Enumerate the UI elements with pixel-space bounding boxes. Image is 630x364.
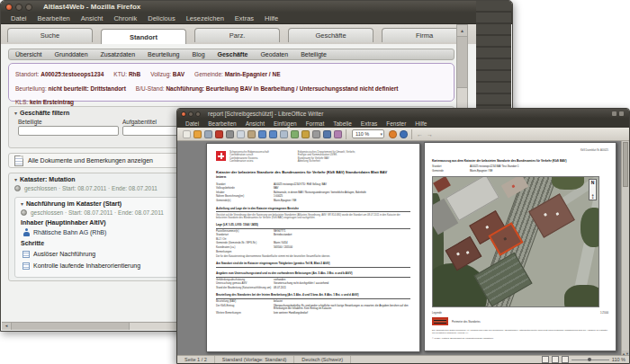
- close-button[interactable]: [181, 111, 186, 117]
- table-icon[interactable]: [280, 130, 288, 138]
- field-value: Bahnareale, in denen BAV / Nutzungsänder…: [274, 191, 410, 195]
- menu-item[interactable]: Delicious: [142, 14, 180, 22]
- navigator-icon[interactable]: [323, 130, 331, 138]
- standort-info-box: Standort: A00025:testoeops1234KTU: RhBVo…: [8, 63, 454, 102]
- tab-firma[interactable]: Firma: [382, 28, 467, 42]
- save-icon[interactable]: [204, 130, 212, 138]
- info-label: Gemeinde:: [194, 71, 225, 77]
- multi-page-view-icon[interactable]: [552, 356, 559, 363]
- menu-item[interactable]: Chronik: [108, 14, 142, 22]
- info-label: Standort:: [15, 71, 40, 77]
- field-row: StandortA00025:testoeops1234 BAV Test-St…: [432, 165, 608, 169]
- field-row: Parzellennummer(n)NE967771: [216, 230, 410, 234]
- inhaber-name[interactable]: Rhätische Bahn AG (RhB): [33, 229, 106, 235]
- gallery-icon[interactable]: [334, 130, 342, 138]
- menu-item[interactable]: Ansicht: [241, 120, 269, 127]
- hyperlink-icon[interactable]: [389, 130, 397, 138]
- forward-arrow-icon[interactable]: →: [427, 131, 433, 138]
- menu-item[interactable]: Extras: [230, 14, 259, 22]
- menu-item[interactable]: Fenster: [382, 120, 410, 127]
- minimize-button[interactable]: [15, 4, 22, 11]
- find-icon[interactable]: [312, 130, 320, 138]
- copy-icon[interactable]: [237, 130, 245, 138]
- subnav-item-blog[interactable]: Blog: [186, 51, 212, 58]
- tab-suche[interactable]: Suche: [7, 28, 93, 42]
- menu-item[interactable]: Bearbeiten: [32, 14, 76, 22]
- new-document-icon[interactable]: [183, 130, 191, 138]
- page-indicator: Seite 1 / 2: [177, 356, 215, 363]
- menu-item[interactable]: Hilfe: [410, 120, 431, 127]
- print-icon[interactable]: [226, 130, 234, 138]
- open-icon[interactable]: [194, 130, 202, 138]
- menu-item[interactable]: Ansicht: [76, 14, 109, 22]
- tab-standort[interactable]: Standort: [101, 29, 186, 45]
- north-label: N: [591, 180, 595, 186]
- writer-menubar: DateiBearbeitenAnsichtEinfügenFormatTabe…: [177, 119, 629, 128]
- browser-icon[interactable]: [400, 130, 408, 138]
- undo-icon[interactable]: [258, 130, 266, 138]
- firefox-titlebar[interactable]: Altlast4Web - Mozilla Firefox: [1, 1, 512, 13]
- menu-item[interactable]: Datei: [181, 120, 203, 127]
- section-heading: Angaben zum Untersuchungsstand und zu de…: [216, 272, 410, 278]
- info-pair: Gemeinde: Marin-Epagnier / NE: [194, 64, 280, 79]
- field-label: Gemeinde: [432, 170, 470, 173]
- page-tabstrip: SucheStandortParz.GeschäfteFirma: [1, 24, 476, 45]
- section-paragraph: Gestützt auf die Verordnung über die San…: [216, 214, 410, 219]
- menu-item[interactable]: Lesezeichen: [181, 14, 230, 22]
- document-header: Schweizerische EidgenossenschaftConfédér…: [216, 151, 410, 164]
- firefox-menubar: DateiBearbeitenAnsichtChronikDeliciousLe…: [1, 13, 512, 24]
- scrollbar-thumb[interactable]: [457, 37, 467, 88]
- chart-icon[interactable]: [302, 130, 310, 138]
- swiss-cross-logo: [216, 151, 226, 161]
- scroll-up-icon[interactable]: ▲: [457, 25, 467, 37]
- map-scale: 1:2'000: [600, 311, 608, 315]
- image-icon[interactable]: [291, 130, 299, 138]
- menu-item[interactable]: Format: [302, 120, 329, 127]
- redo-icon[interactable]: [269, 130, 277, 138]
- tab-parz[interactable]: Parz.: [194, 28, 280, 42]
- subnav-item-geodaten[interactable]: Geodaten: [254, 51, 294, 58]
- field-label: Stand der Bearbeitung (Katasternachführu…: [216, 287, 274, 290]
- maximize-button[interactable]: [195, 111, 201, 117]
- vertical-scrollbar[interactable]: ▲▼: [621, 141, 629, 357]
- minimize-button[interactable]: [188, 111, 194, 117]
- maximize-button[interactable]: [25, 4, 32, 11]
- close-button[interactable]: [5, 4, 13, 11]
- documents-link[interactable]: Alle Dokumente und Bemerkungen anzeigen: [28, 157, 153, 164]
- language-indicator[interactable]: Deutsch (Schweiz): [294, 356, 351, 363]
- single-page-view-icon[interactable]: [542, 356, 549, 363]
- menu-item[interactable]: Datei: [5, 14, 32, 22]
- section-nav: ÜbersichtGrunddatenZusatzdatenBeurteilun…: [8, 49, 454, 60]
- subnav-item-geschäfte[interactable]: Geschäfte: [212, 51, 255, 58]
- book-view-icon[interactable]: [562, 356, 569, 363]
- beteiligte-input[interactable]: [18, 126, 119, 136]
- zoom-combo[interactable]: 110 %: [352, 129, 384, 138]
- tab-geschfte[interactable]: Geschäfte: [288, 28, 374, 42]
- document-icon: [14, 155, 23, 166]
- kataster-title: Kataster: Mutation: [20, 176, 75, 182]
- subnav-item-grunddaten[interactable]: Grunddaten: [49, 51, 94, 58]
- scrollbar-thumb[interactable]: [12, 323, 130, 330]
- menu-item[interactable]: Hilfe: [259, 14, 284, 22]
- writer-titlebar[interactable]: report [Schreibgeschützt] - LibreOffice …: [177, 109, 629, 119]
- subnav-item-beteiligte[interactable]: Beteiligte: [294, 51, 333, 58]
- field-value: [274, 238, 410, 242]
- subnav-item-zusatzdaten[interactable]: Zusatzdaten: [94, 51, 142, 58]
- closed-status-icon: [14, 185, 21, 191]
- menu-item[interactable]: Einfügen: [269, 120, 302, 127]
- writer-statusbar: Seite 1 / 2 Standard (Vorlage: Standard)…: [177, 355, 629, 363]
- subnav-item-übersicht[interactable]: Übersicht: [9, 51, 49, 58]
- scroll-left-icon[interactable]: ◄: [2, 323, 12, 330]
- zoom-slider[interactable]: [572, 360, 609, 360]
- menu-item[interactable]: Extras: [356, 120, 382, 127]
- back-arrow-icon[interactable]: ←: [417, 131, 423, 138]
- paste-icon[interactable]: [248, 130, 256, 138]
- subnav-item-beurteilung[interactable]: Beurteilung: [141, 51, 185, 58]
- export-pdf-icon[interactable]: [215, 130, 223, 138]
- menu-item[interactable]: Bearbeiten: [203, 120, 240, 127]
- menu-item[interactable]: Tabelle: [328, 120, 356, 127]
- toolbar-separator: [346, 129, 346, 139]
- page-style[interactable]: Standard (Vorlage: Standard): [215, 356, 295, 363]
- kataster-status: geschlossen · Start: 08.07.2011 · Ende: …: [24, 185, 158, 191]
- scrollbar-thumb[interactable]: [623, 142, 628, 187]
